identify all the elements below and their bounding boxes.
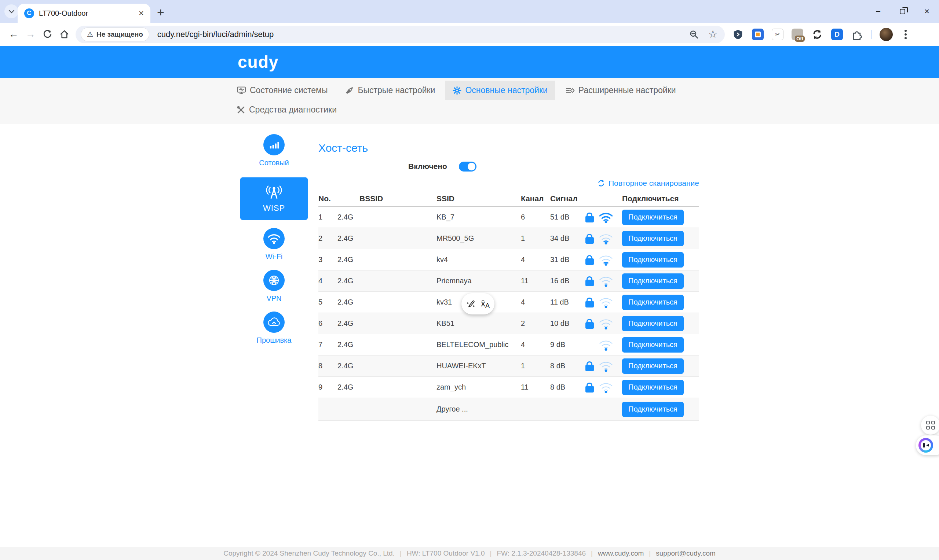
- toggle-knob: [468, 163, 475, 171]
- row-channel: 2: [521, 319, 550, 328]
- connect-button[interactable]: Подключиться: [622, 295, 684, 310]
- footer-separator: |: [591, 549, 593, 557]
- tab-search-button[interactable]: [5, 5, 19, 18]
- row-signal: 51 dB: [550, 213, 585, 222]
- page-title: Хост-сеть: [318, 142, 699, 155]
- row-channel: 4: [521, 340, 550, 349]
- extension-grid-button[interactable]: [921, 415, 939, 435]
- table-row: 1 2.4G KB_7 6 51 dB Подключиться: [318, 207, 699, 228]
- lock-icon: [585, 280, 594, 286]
- connect-button[interactable]: Подключиться: [622, 337, 684, 352]
- reload-button[interactable]: [39, 26, 56, 43]
- window-minimize-button[interactable]: −: [873, 6, 883, 17]
- security-chip[interactable]: ⚠ Не защищено: [81, 28, 149, 42]
- new-tab-button[interactable]: +: [157, 5, 164, 19]
- sidebar: Сотовый WISP: [240, 134, 308, 353]
- security-chip-label: Не защищено: [97, 31, 143, 38]
- row-ssid: Priemnaya: [436, 277, 521, 285]
- extension-snip-icon[interactable]: ✂: [772, 29, 783, 40]
- website-link[interactable]: www.cudy.com: [598, 549, 644, 557]
- connect-button[interactable]: Подключиться: [622, 358, 684, 374]
- forward-button[interactable]: →: [22, 26, 39, 43]
- warning-icon: ⚠: [87, 30, 93, 38]
- zoom-icon[interactable]: [689, 30, 699, 39]
- sidebar-item-cellular[interactable]: Сотовый: [259, 134, 289, 167]
- sidebar-item-wisp[interactable]: WISP: [240, 177, 308, 220]
- main-panel: Хост-сеть Включено Повторное сканировани…: [318, 142, 699, 421]
- row-band: 2.4G: [338, 362, 359, 370]
- row-signal: 34 dB: [550, 234, 585, 243]
- tab-title: LT700-Outdoor: [39, 9, 139, 18]
- toolbar-separator: [871, 30, 871, 39]
- row-signal: 10 dB: [550, 319, 585, 328]
- page-footer: Copyright © 2024 Shenzhen Cudy Technolog…: [0, 547, 939, 560]
- row-ssid: KB51: [436, 319, 521, 328]
- enabled-toggle[interactable]: [459, 162, 476, 172]
- home-button[interactable]: [56, 26, 72, 43]
- wifi-signal-icon: [598, 296, 613, 308]
- d-letter: D: [834, 31, 840, 38]
- connect-button[interactable]: Подключиться: [622, 210, 684, 225]
- rescan-link[interactable]: Повторное сканирование: [597, 178, 699, 188]
- window-restore-button[interactable]: [900, 9, 905, 14]
- ai-assistant-button[interactable]: [916, 435, 939, 455]
- header-channel: Канал: [521, 194, 550, 203]
- sidebar-item-vpn[interactable]: VPN: [264, 270, 285, 303]
- extension-shield-icon[interactable]: [732, 29, 744, 40]
- extension-d-icon[interactable]: D: [831, 29, 843, 40]
- tab-system-status[interactable]: Состояние системы: [229, 81, 335, 100]
- connect-button[interactable]: Подключиться: [622, 316, 684, 331]
- rescan-label: Повторное сканирование: [609, 179, 699, 188]
- connect-button[interactable]: Подключиться: [622, 274, 684, 289]
- row-number: 7: [318, 340, 338, 349]
- lock-icon: [585, 301, 594, 308]
- row-number: 1: [318, 213, 338, 222]
- connect-button[interactable]: Подключиться: [622, 252, 684, 268]
- url-text[interactable]: cudy.net/cgi-bin/luci/admin/setup: [157, 30, 689, 39]
- support-email-link[interactable]: support@cudy.com: [656, 549, 715, 557]
- row-band: 2.4G: [338, 213, 359, 222]
- bookmark-star-icon[interactable]: ☆: [708, 28, 717, 40]
- back-button[interactable]: ←: [5, 26, 22, 43]
- sidebar-label: VPN: [266, 294, 281, 303]
- connect-button[interactable]: Подключиться: [622, 231, 684, 246]
- browser-menu-icon[interactable]: [905, 33, 907, 35]
- row-channel: 11: [521, 277, 550, 285]
- extension-off-icon[interactable]: Off: [791, 29, 803, 40]
- antenna-icon: [264, 185, 284, 200]
- tab-quick-setup[interactable]: Быстрые настройки: [338, 81, 443, 100]
- connect-button[interactable]: Подключиться: [622, 380, 684, 395]
- sidebar-item-wifi[interactable]: Wi-Fi: [264, 228, 285, 261]
- connect-button[interactable]: Подключиться: [622, 402, 684, 417]
- extension-blue-icon[interactable]: [752, 29, 764, 40]
- row-signal: 11 dB: [550, 298, 585, 306]
- window-close-button[interactable]: ×: [922, 6, 932, 17]
- row-channel: 6: [521, 213, 550, 222]
- tab-diagnostics[interactable]: Средства диагностики: [229, 100, 344, 120]
- translate-icon[interactable]: x̄A: [481, 299, 490, 309]
- extension-sync-icon[interactable]: [811, 29, 823, 40]
- extensions-puzzle-icon[interactable]: [851, 29, 863, 40]
- tab-label: Состояние системы: [250, 85, 328, 95]
- browser-tab[interactable]: C LT700-Outdoor ×: [18, 4, 150, 23]
- row-band: 2.4G: [338, 383, 359, 391]
- row-channel: 4: [521, 298, 550, 306]
- firmware-version: FW: 2.1.3-20240428-133846: [496, 549, 586, 557]
- rocket-icon: [345, 86, 354, 95]
- table-row: 3 2.4G kv4 4 31 dB Подключиться: [318, 249, 699, 271]
- footer-separator: |: [400, 549, 402, 557]
- tab-advanced-settings[interactable]: Расширенные настройки: [558, 81, 683, 100]
- translate-a: A: [485, 302, 490, 309]
- profile-avatar[interactable]: [880, 28, 893, 41]
- advanced-settings-icon: [565, 86, 575, 95]
- sidebar-item-firmware[interactable]: Прошивка: [257, 312, 291, 345]
- tab-close-icon[interactable]: ×: [139, 9, 144, 18]
- address-bar[interactable]: ⚠ Не защищено cudy.net/cgi-bin/luci/admi…: [76, 26, 725, 43]
- header-bssid: BSSID: [359, 194, 436, 203]
- tab-basic-settings[interactable]: Основные настройки: [445, 81, 555, 100]
- row-band: 2.4G: [338, 319, 359, 328]
- wifi-signal-icon: [598, 232, 613, 245]
- main-nav: Состояние системы Быстрые настройки Осно…: [0, 78, 939, 124]
- enabled-label: Включено: [408, 162, 447, 171]
- magic-pen-icon[interactable]: [466, 299, 476, 309]
